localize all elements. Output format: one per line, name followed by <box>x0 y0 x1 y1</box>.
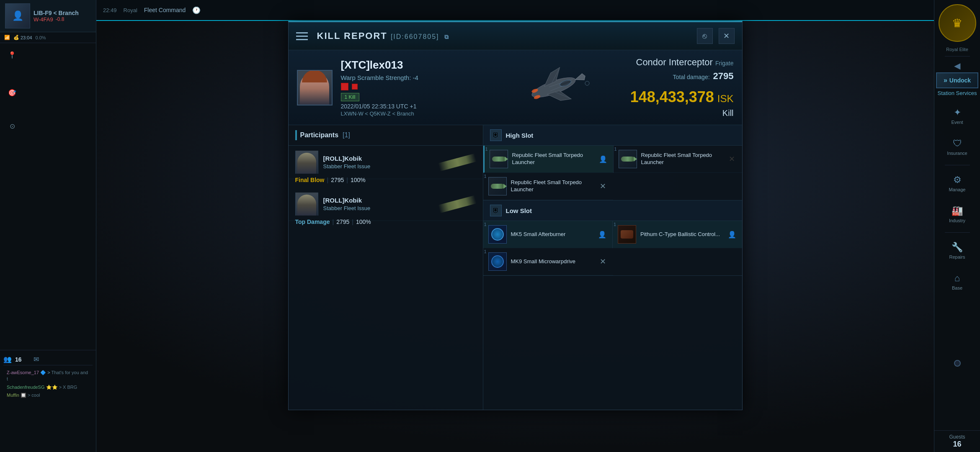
sidebar-navigation: 📍 🎯 ⊙ <box>0 43 96 350</box>
corporation-display: Royal <box>124 7 137 13</box>
slot-status-5[interactable]: 👤 <box>727 229 737 239</box>
weapon-visual-2 <box>438 195 476 213</box>
chat-line-2: SchadenfreudeSG ⭐⭐ > X BRG <box>7 383 89 391</box>
player-info: LIB-F9 < Branch W-4FA9 -0.8 <box>34 10 91 23</box>
avatar-figure-1 <box>297 153 316 174</box>
share-button[interactable]: ⎋ <box>697 28 713 44</box>
undock-area: ◀ » Undock Station Services <box>934 61 980 96</box>
fleet-command-label[interactable]: Fleet Command <box>144 7 186 13</box>
close-icon-6: ✕ <box>600 257 606 266</box>
avatar-display <box>298 70 332 105</box>
right-nav-manage[interactable]: ⚙ Manage <box>939 169 975 198</box>
sidebar-item-location[interactable]: 📍 <box>0 46 96 63</box>
participant-weapon-1 <box>434 154 476 171</box>
chat-line-1: Z-awEsome_17 🔷 > That's for you and t <box>7 369 89 383</box>
right-nav-base[interactable]: ⌂ Base <box>939 267 975 296</box>
right-nav-insurance[interactable]: 🛡 Insurance <box>939 132 975 162</box>
bottom-status: 👥 16 ✉ Z-awEsome_17 🔷 > That's for you a… <box>0 350 96 452</box>
chat-sender-3: Muffin <box>7 393 19 398</box>
chat-area: Z-awEsome_17 🔷 > That's for you and t Sc… <box>3 365 93 449</box>
sidebar-item-target[interactable]: ⊙ <box>0 118 96 134</box>
chat-line-3: Muffin 🔲 > cool <box>7 391 89 399</box>
menu-button[interactable] <box>296 28 311 44</box>
people-count: 16 <box>15 356 22 363</box>
low-slot-item-2[interactable]: 1 Pithum C-Type Ballistic Control... 👤 <box>613 221 742 248</box>
slot-num-1: 1 <box>485 146 488 152</box>
torpedo-icon-3 <box>488 177 507 195</box>
modal-title: KILL REPORT [ID:6607805] ⧉ <box>317 31 691 41</box>
factory-icon: 🏭 <box>952 205 963 216</box>
slot-status-4[interactable]: 👤 <box>597 229 607 239</box>
ship-svg <box>503 58 604 117</box>
right-nav-event[interactable]: ✦ Event <box>939 101 975 131</box>
insurance-label: Insurance <box>947 151 967 156</box>
participant-item-1[interactable]: [ROLL]Kobik Stabber Fleet Issue <box>289 146 483 179</box>
player-header: 👤 LIB-F9 < Branch W-4FA9 -0.8 <box>0 0 96 32</box>
high-slot-item-1[interactable]: 1 Republic Fleet Small Torpedo Launcher <box>483 146 613 173</box>
ship-type: Frigate <box>715 60 734 67</box>
modal-overlay: KILL REPORT [ID:6607805] ⧉ ⎋ ✕ [XT <box>98 21 932 435</box>
right-nav-industry[interactable]: 🏭 Industry <box>939 200 975 229</box>
station-services-button[interactable]: Station Services <box>938 90 977 96</box>
slot-status-6[interactable]: ✕ <box>598 257 608 267</box>
slot-item-name-1: Republic Fleet Small Torpedo Launcher <box>512 152 594 166</box>
low-slot-item-3[interactable]: 1 MK9 Small Microwarpdrive ✕ <box>483 248 613 275</box>
target-icon: ⊙ <box>7 121 17 131</box>
victim-avatar <box>297 70 333 105</box>
slot-num-6: 1 <box>484 249 487 254</box>
slot-item-name-3: Republic Fleet Small Torpedo Launcher <box>511 179 594 193</box>
manage-icon: ⚙ <box>953 175 962 185</box>
player-avatar: 👤 <box>5 3 30 28</box>
share-icon: ⎋ <box>702 32 707 41</box>
slot-status-3[interactable]: ✕ <box>598 181 608 191</box>
copy-id-icon[interactable]: ⧉ <box>444 33 449 40</box>
torpedo-tip-3 <box>503 184 507 189</box>
high-slot-header: ⛨ High Slot <box>483 125 742 146</box>
avatar-inner-2 <box>296 193 318 216</box>
wallet-amount: 23:04 <box>21 35 32 40</box>
avatar-image: 👤 <box>5 3 30 28</box>
slot-item-name-2: Republic Fleet Small Torpedo Launcher <box>641 152 723 166</box>
high-slot-section: ⛨ High Slot 1 <box>483 125 742 200</box>
undock-button[interactable]: » Undock <box>936 72 978 88</box>
slot-item-name-6: MK9 Small Microwarpdrive <box>511 258 594 265</box>
map-icon: 🎯 <box>7 87 17 98</box>
guests-section: Guests 16 <box>934 430 980 452</box>
wallet-icon: 💰 <box>13 35 19 40</box>
person-icon-1: 👤 <box>599 155 607 163</box>
close-button[interactable]: ✕ <box>719 28 735 44</box>
high-slot-icon: ⛨ <box>490 129 502 141</box>
low-slot-item-1[interactable]: 1 MK5 Small Afterburner 👤 <box>483 221 613 248</box>
weapon-visual-1 <box>438 153 476 171</box>
slot-status-2[interactable]: ✕ <box>727 154 737 164</box>
total-damage-value: 2795 <box>713 71 734 82</box>
afterburner-icon <box>488 225 507 244</box>
high-slot-item-3[interactable]: 1 Republic Fleet Small Torpedo Launcher <box>483 173 613 200</box>
close-icon: ✕ <box>723 31 730 41</box>
sidebar-item-map[interactable]: 🎯 <box>0 84 96 101</box>
avatar-figure <box>300 72 329 105</box>
slot-item-info-4: MK5 Small Afterburner <box>511 231 593 238</box>
menu-line-3 <box>296 39 308 40</box>
right-nav-repairs[interactable]: 🔧 Repairs <box>939 236 975 265</box>
percent-status: 0.0% <box>36 35 46 40</box>
right-nav-divider-2 <box>945 232 970 233</box>
participant-item-2[interactable]: [ROLL]Kobik Stabber Fleet Issue <box>289 187 483 221</box>
ship-display <box>485 58 622 117</box>
participant-weapon-2 <box>434 196 476 213</box>
right-sidebar: ♛ Royal Elite ◀ » Undock Station Service… <box>934 0 980 452</box>
total-damage-label: Total damage: <box>673 74 710 80</box>
arrow-left[interactable]: ◀ <box>934 61 980 71</box>
wifi-icon: 📶 <box>4 35 10 40</box>
avatar-inner-1 <box>296 151 318 174</box>
shield-icon: 🛡 <box>953 138 962 149</box>
corp-icon-1 <box>341 83 348 90</box>
low-slot-row-1: 1 MK5 Small Afterburner 👤 <box>483 221 742 248</box>
torpedo-icon-1 <box>490 150 508 168</box>
left-sidebar: 👤 LIB-F9 < Branch W-4FA9 -0.8 📶 💰 23:04 … <box>0 0 96 452</box>
slot-status-1[interactable]: 👤 <box>598 154 608 164</box>
torpedo-shape-3 <box>491 184 504 189</box>
high-slot-item-2[interactable]: 1 Republic Fleet Small Torpedo Launcher <box>614 146 742 173</box>
participant-stats-2: Top Damage | 2795 | 100% <box>289 218 483 229</box>
ctrl-shape <box>621 230 633 239</box>
